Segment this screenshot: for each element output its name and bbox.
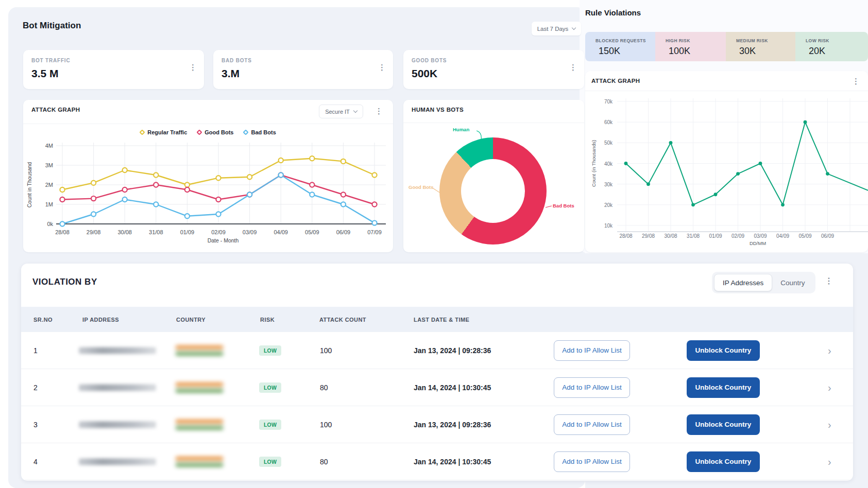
country-flag-redacted (176, 457, 223, 467)
table-row: 3 LOW 100 Jan 13, 2024 | 09:28:36 Add to… (21, 406, 853, 443)
attack-graph-card: ATTACK GRAPH Secure IT ⋮ Regular Traffic… (23, 100, 393, 252)
table-row: 2 LOW 80 Jan 14, 2024 | 10:30:45 Add to … (21, 369, 853, 406)
country-flag-redacted (176, 420, 223, 430)
svg-text:30/08: 30/08 (117, 229, 132, 235)
chip-value: 150K (599, 46, 620, 57)
svg-text:05/09: 05/09 (305, 229, 319, 235)
svg-text:Count in Thousand: Count in Thousand (26, 162, 32, 208)
attack-line-chart: 0k1M2M3M4M28/0829/0830/0831/0801/0902/09… (23, 100, 393, 252)
human-vs-bots-title: HUMAN VS BOTS (412, 107, 464, 113)
stat-card-good-bots: GOOD BOTS 500K ⋮ (403, 50, 584, 89)
ip-address-redacted (79, 347, 156, 354)
svg-text:04/09: 04/09 (274, 229, 288, 235)
tab-country[interactable]: Country (772, 274, 813, 291)
kebab-menu-icon[interactable]: ⋮ (569, 63, 577, 71)
chevron-down-icon (572, 26, 576, 30)
attack-count: 80 (320, 458, 328, 466)
svg-text:03/09: 03/09 (243, 229, 257, 235)
violation-tabs: IP Addresses Country (712, 272, 815, 293)
table-row: 4 LOW 80 Jan 14, 2024 | 10:30:45 Add to … (21, 443, 853, 480)
unblock-country-button[interactable]: Unblock Country (687, 414, 760, 435)
add-to-ip-allow-list-button[interactable]: Add to IP Allow List (554, 340, 630, 361)
stat-value: 500K (412, 67, 437, 80)
chip-label: LOW RISK (806, 38, 829, 43)
svg-text:70k: 70k (604, 99, 613, 104)
risk-badge: LOW (259, 457, 281, 467)
tab-ip-addresses[interactable]: IP Addresses (714, 274, 772, 291)
col-ip-address: IP ADDRESS (82, 317, 119, 323)
add-to-ip-allow-list-button[interactable]: Add to IP Allow List (554, 377, 630, 398)
svg-text:28/08: 28/08 (619, 233, 632, 239)
stat-value: 3.M (222, 67, 240, 80)
violation-by-title: VIOLATION BY (32, 277, 97, 287)
donut-hole (461, 159, 525, 223)
country-flag-redacted (176, 345, 223, 356)
svg-text:02/09: 02/09 (731, 233, 744, 239)
ip-address-redacted (79, 384, 156, 391)
unblock-country-button[interactable]: Unblock Country (687, 451, 760, 472)
svg-text:31/08: 31/08 (149, 229, 163, 235)
svg-text:06/09: 06/09 (336, 229, 351, 235)
risk-badge: LOW (259, 420, 281, 430)
row-expand-chevron-icon[interactable]: › (828, 345, 831, 356)
svg-text:03/09: 03/09 (754, 233, 767, 239)
svg-text:29/08: 29/08 (642, 233, 655, 239)
last-date-time: Jan 14, 2024 | 10:30:45 (414, 458, 491, 466)
col-attack-count: ATTACK COUNT (319, 317, 366, 323)
chip-low-risk: LOW RISK 20K (795, 32, 868, 61)
risk-badge: LOW (259, 345, 281, 356)
kebab-menu-icon[interactable]: ⋮ (378, 63, 386, 71)
rule-violations-title: Rule Violations (585, 8, 641, 17)
donut-label-bad-bots: Bad Bots (553, 203, 574, 208)
row-expand-chevron-icon[interactable]: › (828, 382, 831, 393)
svg-text:3M: 3M (45, 162, 53, 168)
svg-text:07/09: 07/09 (367, 229, 382, 235)
svg-text:28/08: 28/08 (55, 229, 70, 235)
stat-value: 3.5 M (31, 67, 59, 80)
svg-text:01/09: 01/09 (709, 233, 722, 239)
kebab-menu-icon[interactable]: ⋮ (189, 63, 197, 71)
svg-text:Date - Month: Date - Month (208, 237, 239, 243)
unblock-country-button[interactable]: Unblock Country (687, 340, 760, 361)
table-row: 1 LOW 100 Jan 13, 2024 | 09:28:36 Add to… (21, 332, 853, 369)
page-title: Bot Mitigation (23, 21, 81, 31)
svg-text:0k: 0k (47, 221, 53, 227)
svg-text:40k: 40k (604, 161, 613, 167)
violation-by-card: VIOLATION BY IP Addresses Country ⋮ SR.N… (21, 264, 853, 481)
add-to-ip-allow-list-button[interactable]: Add to IP Allow List (554, 451, 630, 472)
sr-no: 3 (33, 421, 38, 429)
svg-text:10k: 10k (604, 223, 613, 229)
bot-mitigation-dashboard: Bot Mitigation Last 7 Days BOT TRAFFIC 3… (0, 0, 868, 488)
table-body: 1 LOW 100 Jan 13, 2024 | 09:28:36 Add to… (21, 332, 853, 480)
svg-text:Count (in Thousands): Count (in Thousands) (591, 140, 597, 187)
svg-text:30/08: 30/08 (664, 233, 677, 239)
svg-text:20k: 20k (604, 202, 613, 208)
rule-violations-line-chart: 10k20k30k40k50k60k70k28/0829/0830/0831/0… (585, 71, 868, 252)
unblock-country-button[interactable]: Unblock Country (687, 377, 760, 398)
kebab-menu-icon[interactable]: ⋮ (825, 277, 833, 285)
table-header: SR.NO IP ADDRESS COUNTRY RISK ATTACK COU… (21, 307, 853, 332)
ip-address-redacted (79, 458, 156, 465)
chip-blocked-requests: BLOCKED REQUESTS 150K (585, 32, 655, 61)
col-sr-no: SR.NO (33, 317, 53, 323)
row-expand-chevron-icon[interactable]: › (828, 420, 831, 430)
chip-high-risk: HIGH RISK 100K (655, 32, 726, 61)
row-expand-chevron-icon[interactable]: › (828, 457, 831, 467)
chip-label: MEDIUM RISK (736, 38, 768, 43)
svg-text:2M: 2M (45, 182, 53, 188)
svg-text:DD/MM: DD/MM (750, 240, 766, 246)
svg-text:4M: 4M (45, 143, 53, 149)
svg-text:60k: 60k (604, 119, 613, 125)
donut-label-good-bots: Good Bots (409, 184, 434, 190)
svg-text:31/08: 31/08 (687, 233, 700, 239)
last-date-time: Jan 13, 2024 | 09:28:36 (414, 421, 491, 429)
attack-count: 100 (320, 421, 332, 429)
stat-label: BAD BOTS (222, 58, 252, 63)
divider (403, 123, 584, 123)
date-range-select[interactable]: Last 7 Days (532, 22, 581, 36)
svg-text:02/09: 02/09 (211, 229, 226, 235)
sr-no: 1 (33, 346, 38, 355)
add-to-ip-allow-list-button[interactable]: Add to IP Allow List (554, 414, 630, 435)
risk-badge: LOW (259, 382, 281, 393)
svg-text:1M: 1M (45, 201, 53, 207)
